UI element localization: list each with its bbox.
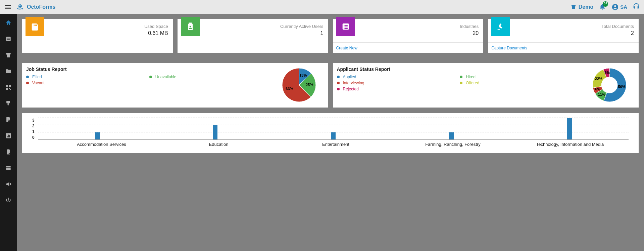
svg-rect-19 [6,166,10,167]
legend-dot [460,82,462,84]
nav-store[interactable] [4,51,12,59]
svg-rect-10 [6,88,8,90]
legend-dot [337,76,340,78]
megaphone-icon [5,181,12,187]
nav-announce[interactable] [4,180,12,188]
nav-clipboard[interactable] [4,148,12,156]
legend-item: Applied [337,75,456,79]
nav-paint[interactable] [4,99,12,108]
x-label: Accommodation Services [43,142,160,147]
x-label: Education [160,142,277,147]
chart-icon [5,132,12,139]
x-label: Entertainment [277,142,394,147]
qr-icon [5,84,12,91]
svg-rect-6 [7,38,10,39]
svg-text:6%: 6% [604,71,610,75]
svg-rect-23 [344,25,344,26]
x-label: Technology, Information and Media [511,142,629,147]
user-menu[interactable]: SA [611,3,627,11]
archive-icon [5,165,12,171]
svg-rect-27 [344,28,344,29]
bar [449,132,454,139]
legend-label: Offered [466,81,479,85]
svg-rect-11 [9,88,10,89]
stat-documents: Total Documents 2 Capture Documents [488,19,639,53]
bar-x-labels: Accommodation ServicesEducationEntertain… [43,142,629,147]
tenant-label: Demo [579,4,593,10]
legend-item: Hired [460,75,579,79]
y-tick: 3 [32,118,35,123]
legend-label: Hired [466,75,476,79]
notifications-button[interactable]: 26 [599,3,606,11]
legend-item: Unavailable [149,75,268,79]
legend-item: Filled [26,75,145,79]
nav-qr[interactable] [4,83,12,91]
job-status-card: Job Status Report FilledUnavailableVacan… [22,63,328,108]
bar-group [510,118,629,139]
nav-folder[interactable] [4,67,12,75]
legend-item: Interviewing [337,81,456,85]
nav-forms[interactable] [4,35,12,43]
brand-name: OctoForms [27,4,55,10]
svg-rect-24 [345,25,347,26]
shop-icon [5,52,12,58]
y-tick: 2 [32,124,35,128]
bar-plot [38,118,629,140]
store-icon [571,4,577,10]
legend-label: Filled [32,75,42,79]
legend-dot [149,76,152,78]
legend-dot [337,88,340,90]
bar-y-axis: 3210 [32,118,38,140]
sidebar [0,14,17,251]
tenant-selector[interactable]: Demo [571,4,593,10]
sd-card-icon [26,17,44,36]
bar-chart: 3210 [32,118,629,140]
home-icon [5,19,12,26]
stat-used-space: Used Space 0.61 MB [22,19,173,53]
svg-rect-25 [344,27,344,27]
nav-power[interactable] [4,196,12,204]
main-content: Used Space 0.61 MB Currently Active User… [17,14,644,251]
form-icon [5,36,12,42]
create-new-link[interactable]: Create New [336,46,357,50]
robot-arm-icon [491,17,510,36]
nav-home[interactable] [4,19,12,27]
nav-reports[interactable] [4,132,12,140]
legend-item: Vacant [26,81,145,85]
svg-rect-16 [8,135,9,137]
brand[interactable]: OctoForms [16,3,55,11]
nav-search-doc[interactable] [4,116,12,124]
hamburger-icon [4,3,12,11]
svg-point-18 [9,153,10,154]
legend-dot [26,82,29,84]
svg-rect-17 [9,135,10,137]
svg-rect-20 [6,168,10,170]
user-initials: SA [620,4,627,10]
legend-item: Rejected [337,87,456,91]
notif-count: 26 [603,1,608,7]
applicant-donut-chart: 56%11%6%22%6% [584,67,635,103]
svg-rect-15 [7,136,8,137]
legend-dot [26,76,29,78]
app-header: OctoForms Demo 26 SA [0,0,644,14]
bar-group [274,118,392,139]
bar [213,125,217,139]
svg-rect-7 [7,39,10,40]
svg-text:63%: 63% [286,87,293,91]
menu-toggle[interactable] [4,3,12,11]
job-pie-chart: 13%25%63% [274,67,324,103]
svg-rect-26 [345,27,347,27]
job-status-title: Job Status Report [26,67,268,72]
applicant-status-title: Applicant Status Report [337,67,579,72]
legend-dot [337,82,340,84]
svg-text:22%: 22% [595,77,602,81]
nav-archive[interactable] [4,164,12,172]
capture-documents-link[interactable]: Capture Documents [491,46,527,50]
svg-point-2 [20,5,21,6]
support-button[interactable] [633,3,640,11]
stat-row: Used Space 0.61 MB Currently Active User… [22,19,639,53]
legend-label: Rejected [343,87,359,91]
bar-group [156,118,275,139]
stat-active-users: Currently Active Users 1 [178,19,328,53]
svg-rect-12 [10,89,11,90]
